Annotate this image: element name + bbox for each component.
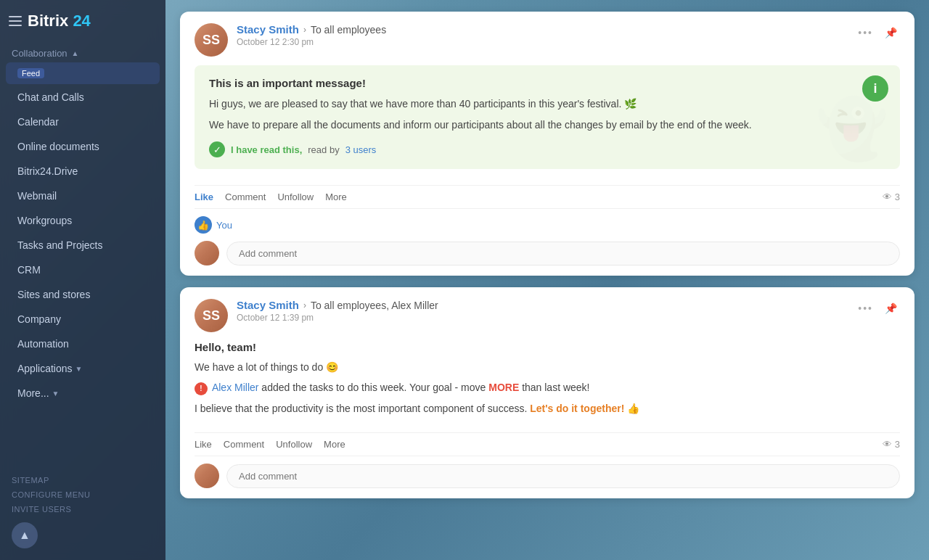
- comment-button-1[interactable]: Comment: [225, 190, 266, 204]
- post-line2-middle: added the tasks to do this week. Your go…: [261, 382, 488, 393]
- eye-icon-2: 👁: [883, 439, 892, 450]
- comment-input-1[interactable]: [226, 242, 900, 265]
- important-body-line2: We have to prepare all the documents and…: [209, 118, 885, 133]
- sidebar-item-automation[interactable]: Automation: [6, 332, 160, 355]
- important-body-line1: Hi guys, we are pleased to say that we h…: [209, 96, 885, 112]
- app-name: Bitrix: [28, 12, 68, 30]
- post-author-line-1: Stacy Smith › To all employees: [237, 23, 386, 36]
- sidebar-item-crm[interactable]: CRM: [6, 258, 160, 281]
- reactions-bar-1: Like Comment Unfollow More 👁 3: [195, 185, 900, 209]
- thumbs-up-icon-1: 👍: [197, 220, 209, 231]
- sidebar-header: Bitrix 24: [0, 0, 165, 42]
- mention-alex-miller[interactable]: Alex Miller: [212, 382, 259, 393]
- sidebar-item-sites[interactable]: Sites and stores: [6, 283, 160, 306]
- post-time-2: October 12 1:39 pm: [237, 313, 438, 323]
- sidebar-item-feed[interactable]: Feed: [6, 62, 160, 84]
- post-pin-button-2[interactable]: 📌: [882, 300, 900, 317]
- collaboration-label: Collaboration: [12, 48, 67, 59]
- sidebar-item-tasks[interactable]: Tasks and Projects: [6, 234, 160, 257]
- lets-do-it-together-link[interactable]: Let's do it together!: [530, 403, 624, 414]
- post-author-name-1[interactable]: Stacy Smith: [237, 23, 299, 36]
- sidebar-item-chat-calls[interactable]: Chat and Calls: [6, 86, 160, 109]
- sidebar-item-drive[interactable]: Bitrix24.Drive: [6, 160, 160, 183]
- avatar-image-2: SS: [195, 299, 228, 332]
- post-more-options-button-2[interactable]: [855, 299, 876, 318]
- post-line3-2: I believe that the productivity is the m…: [195, 400, 900, 416]
- post-meta-1: Stacy Smith › To all employees October 1…: [237, 23, 386, 47]
- post-author-name-2[interactable]: Stacy Smith: [237, 299, 299, 311]
- sidebar: Bitrix 24 Collaboration ▲ Feed Chat and …: [0, 0, 165, 560]
- read-confirmation: ✓ I have read this, read by 3 users: [209, 141, 885, 157]
- post-author-line-2: Stacy Smith › To all employees, Alex Mil…: [237, 299, 438, 311]
- post-recipient-1: To all employees: [311, 24, 386, 36]
- eye-icon-1: 👁: [883, 192, 892, 202]
- post-actions-top-1: 📌: [855, 23, 900, 42]
- sidebar-item-label: Applications: [17, 363, 73, 374]
- post-time-1: October 12 2:30 pm: [237, 37, 386, 47]
- info-badge: i: [862, 75, 888, 102]
- sidebar-item-applications[interactable]: Applications ▼: [6, 357, 160, 380]
- post-line2-after: than last week!: [522, 382, 589, 393]
- sidebar-item-webmail[interactable]: Webmail: [6, 184, 160, 207]
- collaboration-section[interactable]: Collaboration ▲: [0, 42, 165, 62]
- unfollow-button-2[interactable]: Unfollow: [276, 437, 312, 451]
- comment-input-2[interactable]: [226, 464, 900, 488]
- commenter-avatar-2: [195, 464, 219, 488]
- sidebar-item-label: Workgroups: [17, 215, 72, 226]
- three-dots-icon-1: [858, 26, 873, 39]
- alert-icon-2: !: [195, 382, 208, 395]
- sidebar-item-label: Calendar: [17, 116, 59, 128]
- like-button-1[interactable]: Like: [195, 190, 213, 204]
- chevron-down-icon-more: ▼: [52, 390, 60, 398]
- sidebar-item-more[interactable]: More... ▼: [6, 382, 160, 405]
- sidebar-item-calendar[interactable]: Calendar: [6, 110, 160, 133]
- post-header-left-1: SS Stacy Smith › To all employees Octobe…: [195, 23, 386, 57]
- comment-button-2[interactable]: Comment: [224, 437, 264, 451]
- views-number-2: 3: [895, 439, 900, 450]
- read-by-text: read by: [308, 144, 339, 155]
- sidebar-item-company[interactable]: Company: [6, 308, 160, 331]
- likes-row-1: 👍 You: [195, 216, 900, 234]
- sidebar-item-label: Chat and Calls: [17, 91, 84, 103]
- post-arrow-1: ›: [303, 25, 306, 35]
- sidebar-item-online-docs[interactable]: Online documents: [6, 135, 160, 158]
- sidebar-item-label: Automation: [17, 338, 69, 350]
- views-count-1: 👁 3: [883, 192, 900, 202]
- smiley-emoji: 😊: [326, 361, 338, 373]
- post-header-left-2: SS Stacy Smith › To all employees, Alex …: [195, 299, 438, 332]
- main-feed: SS Stacy Smith › To all employees Octobe…: [165, 0, 929, 560]
- post-arrow-2: ›: [303, 300, 306, 310]
- like-button-2[interactable]: Like: [195, 437, 212, 451]
- sidebar-item-label: CRM: [17, 264, 41, 276]
- read-check-icon: ✓: [209, 141, 225, 157]
- read-count-link[interactable]: 3 users: [345, 144, 377, 155]
- reactions-bar-2: Like Comment Unfollow More 👁 3: [195, 432, 900, 456]
- avatar-image-1: SS: [195, 23, 228, 57]
- more-button-1[interactable]: More: [325, 190, 347, 204]
- invite-users-link[interactable]: INVITE USERS: [0, 502, 165, 516]
- app-version: 24: [73, 12, 90, 30]
- avatar-1: SS: [195, 23, 228, 57]
- post-recipient-2: To all employees, Alex Miller: [311, 300, 438, 311]
- unfollow-button-1[interactable]: Unfollow: [277, 190, 314, 204]
- comment-input-row-2: [195, 464, 900, 488]
- sidebar-item-workgroups[interactable]: Workgroups: [6, 209, 160, 232]
- post-card-1: SS Stacy Smith › To all employees Octobe…: [180, 12, 914, 276]
- festival-emoji: 🌿: [624, 98, 637, 110]
- read-this-text[interactable]: I have read this,: [231, 144, 302, 155]
- scroll-to-top-button[interactable]: ▲: [12, 522, 38, 548]
- post-more-options-button-1[interactable]: [855, 23, 876, 42]
- sidebar-item-label: Sites and stores: [17, 289, 90, 300]
- feed-badge: Feed: [17, 68, 44, 78]
- hamburger-menu-icon[interactable]: [9, 16, 22, 26]
- post-pin-button-1[interactable]: 📌: [882, 24, 900, 41]
- sidebar-item-label: Tasks and Projects: [17, 239, 103, 251]
- liked-by-name-1[interactable]: You: [216, 220, 232, 231]
- important-message-body: Hi guys, we are pleased to say that we h…: [209, 96, 885, 133]
- more-button-2[interactable]: More: [324, 437, 345, 451]
- post-actions-top-2: 📌: [855, 299, 900, 318]
- configure-menu-link[interactable]: CONFIGURE MENU: [0, 487, 165, 502]
- sidebar-item-label: Online documents: [17, 141, 99, 152]
- pin-icon-2: 📌: [885, 302, 897, 314]
- sitemap-link[interactable]: SITEMAP: [0, 473, 165, 487]
